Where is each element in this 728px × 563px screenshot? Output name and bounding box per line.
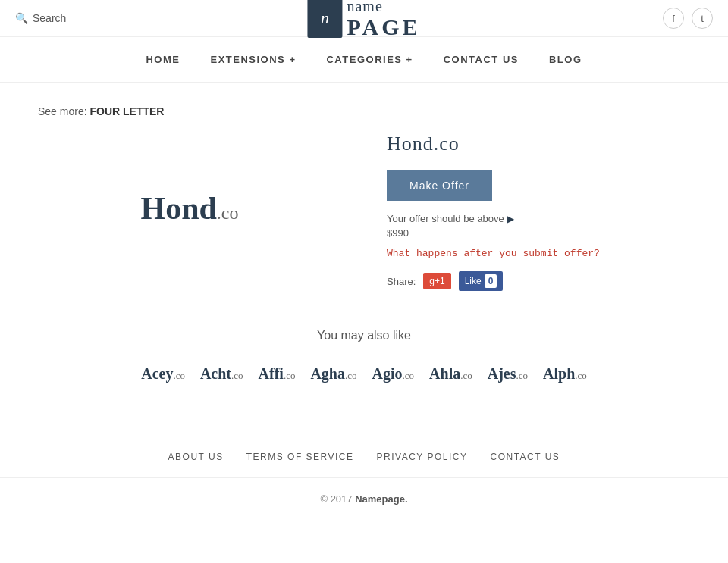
list-item[interactable]: Agha.co [310, 365, 356, 383]
search-area[interactable]: 🔍 Search [15, 12, 66, 24]
nav-blog[interactable]: BLOG [549, 51, 582, 68]
breadcrumb: See more: FOUR LETTER [38, 105, 690, 117]
offer-hint: Your offer should be above ▶ [387, 213, 690, 224]
share-label: Share: [387, 276, 416, 287]
logo-text: name PAGE [347, 0, 420, 39]
offer-arrow-icon: ▶ [507, 214, 514, 224]
offer-price: $990 [387, 227, 690, 239]
main-nav: HOME EXTENSIONS + CATEGORIES + CONTACT U… [0, 37, 728, 83]
fb-like-label: Like [465, 276, 482, 286]
logo[interactable]: n name PAGE [307, 0, 420, 39]
also-like-section: You may also like Acey.co Acht.co Affi.c… [38, 329, 690, 383]
nav-extensions[interactable]: EXTENSIONS + [210, 51, 296, 68]
social-icons: f t [663, 8, 713, 29]
twitter-icon[interactable]: t [692, 8, 713, 29]
domain-preview: Hond.co [38, 133, 341, 284]
domain-section: Hond.co Hond.co Make Offer Your offer sh… [38, 133, 690, 291]
fb-count: 0 [485, 274, 497, 288]
also-like-title: You may also like [38, 329, 690, 342]
nav-categories[interactable]: CATEGORIES + [326, 51, 413, 68]
list-item[interactable]: Acey.co [141, 365, 185, 383]
domain-title: Hond.co [387, 133, 690, 155]
footer-nav-terms[interactable]: TERMS OF SERVICE [246, 452, 354, 462]
footer-nav-about[interactable]: ABOUT US [168, 452, 224, 462]
make-offer-button[interactable]: Make Offer [387, 170, 492, 201]
list-item[interactable]: Ahla.co [429, 365, 472, 383]
domain-info: Hond.co Make Offer Your offer should be … [387, 133, 690, 291]
search-label: Search [33, 12, 66, 24]
header: 🔍 Search n name PAGE f t [0, 0, 728, 37]
breadcrumb-link[interactable]: FOUR LETTER [89, 105, 164, 117]
share-row: Share: g+1 Like 0 [387, 271, 690, 291]
gplus-button[interactable]: g+1 [423, 273, 450, 289]
search-icon: 🔍 [15, 12, 28, 24]
facebook-icon[interactable]: f [663, 8, 684, 29]
list-item[interactable]: Affi.co [259, 365, 296, 383]
facebook-like-button[interactable]: Like 0 [459, 271, 504, 291]
footer-site-link[interactable]: Namepage. [355, 493, 407, 505]
nav-home[interactable]: HOME [146, 51, 180, 68]
footer-nav: ABOUT US TERMS OF SERVICE PRIVACY POLICY… [0, 436, 728, 478]
logo-icon: n [307, 0, 342, 38]
footer-nav-privacy[interactable]: PRIVACY POLICY [377, 452, 468, 462]
nav-contact[interactable]: CONTACT US [444, 51, 519, 68]
what-happens-link[interactable]: What happens after you submit offer? [387, 248, 690, 259]
list-item[interactable]: Agio.co [372, 365, 415, 383]
domain-list: Acey.co Acht.co Affi.co Agha.co Agio.co … [38, 365, 690, 383]
domain-preview-text: Hond.co [140, 190, 238, 227]
list-item[interactable]: Ajes.co [488, 365, 528, 383]
footer: ABOUT US TERMS OF SERVICE PRIVACY POLICY… [0, 436, 728, 520]
main-content: See more: FOUR LETTER Hond.co Hond.co Ma… [23, 83, 705, 405]
footer-copyright: © 2017 Namepage. [0, 478, 728, 520]
list-item[interactable]: Acht.co [200, 365, 243, 383]
footer-nav-contact[interactable]: CONTACT US [490, 452, 560, 462]
list-item[interactable]: Alph.co [543, 365, 587, 383]
